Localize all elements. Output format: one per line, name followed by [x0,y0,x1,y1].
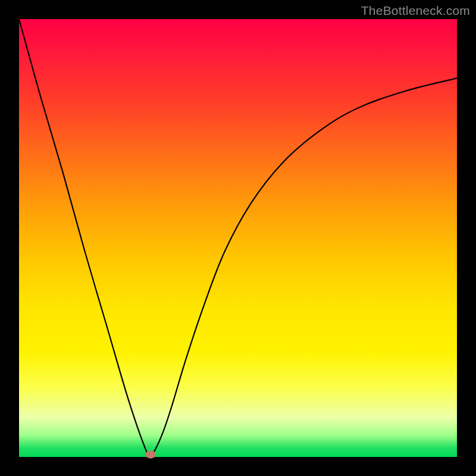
bottleneck-curve [19,19,457,457]
chart-container: TheBottleneck.com [0,0,476,476]
watermark-text: TheBottleneck.com [361,4,470,18]
plot-area [19,19,457,457]
optimal-point-marker [145,451,156,459]
